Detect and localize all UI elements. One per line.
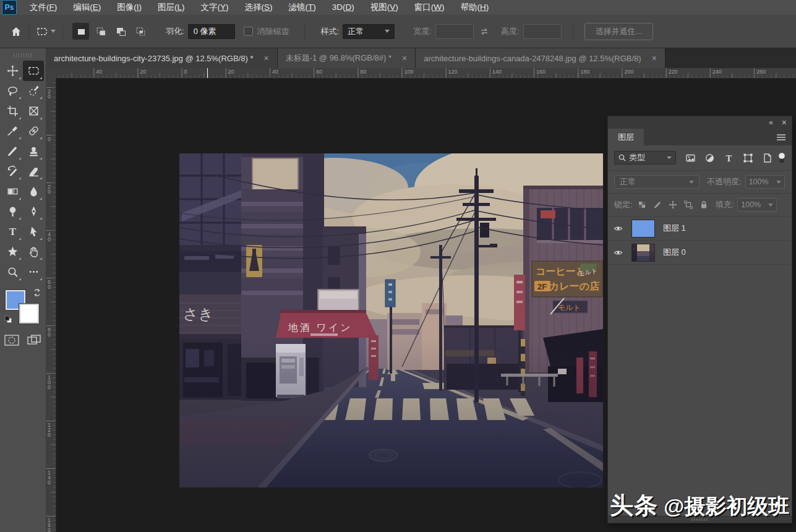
menu-item-w[interactable]: 窗口(W) [406, 0, 453, 15]
filter-adjustment-icon[interactable] [705, 153, 714, 163]
swap-width-height-icon[interactable] [479, 26, 490, 37]
tab-untitled-1[interactable]: 未标题-1 @ 96.8%(RGB/8#) * × [278, 48, 416, 68]
quick-mask-icon[interactable] [4, 334, 19, 349]
tool-frame[interactable] [23, 101, 44, 121]
lock-all-icon[interactable] [700, 200, 708, 209]
close-panel-icon[interactable]: × [782, 118, 787, 127]
lock-icons [638, 200, 708, 209]
tool-quick-selection[interactable] [23, 81, 44, 101]
filter-type-icon[interactable]: T [724, 153, 734, 163]
menu-item-h[interactable]: 帮助(H) [453, 0, 497, 15]
height-input[interactable] [523, 24, 562, 39]
feather-input[interactable]: 0 像素 [188, 24, 235, 39]
tab-architecture-buildings-city[interactable]: architecture-buildings-city-23735.jpg @ … [46, 48, 278, 68]
blend-mode-select[interactable]: 正常 [614, 175, 700, 189]
layer-row-0[interactable]: 图层 0 [608, 241, 792, 265]
lock-pixels-icon[interactable] [653, 200, 662, 209]
layer-thumbnail[interactable] [631, 244, 655, 262]
filter-toggle-icon[interactable] [778, 153, 785, 163]
filter-smart-object-icon[interactable] [763, 153, 772, 163]
tool-path-select[interactable] [23, 221, 44, 242]
collapse-panel-icon[interactable]: « [769, 119, 773, 126]
screen-mode-icon[interactable] [27, 334, 41, 349]
opacity-input[interactable]: 100% [745, 175, 785, 189]
tool-move[interactable] [2, 61, 23, 81]
tool-pen[interactable] [23, 202, 44, 222]
menu-item-d[interactable]: 3D(D) [324, 0, 362, 15]
add-selection-icon[interactable] [92, 23, 109, 40]
h-ruler-label: 160 [536, 69, 546, 75]
opacity-label: 不透明度: [707, 176, 742, 187]
lock-position-icon[interactable] [669, 200, 677, 209]
filter-shape-icon[interactable] [743, 153, 753, 163]
menu-item-s[interactable]: 选择(S) [237, 0, 281, 15]
canvas-document[interactable]: さき [179, 153, 603, 487]
tool-edit-toolbar[interactable] [23, 262, 44, 282]
lock-transparency-icon[interactable] [638, 200, 646, 209]
select-and-mask-button[interactable]: 选择并遮住... [584, 23, 654, 40]
menu-item-f[interactable]: 文件(F) [22, 0, 65, 15]
photoshop-logo[interactable]: Ps [2, 0, 17, 15]
swap-colors-icon[interactable] [33, 288, 41, 299]
layer-thumbnail[interactable] [631, 220, 655, 238]
ruler-origin-corner[interactable] [46, 68, 56, 79]
layer-visibility-toggle[interactable] [608, 224, 628, 233]
layer-row-1[interactable]: 图层 1 [608, 217, 792, 241]
background-color-swatch[interactable] [19, 304, 39, 324]
tool-dodge[interactable] [2, 202, 23, 222]
tools-panel-grip[interactable] [14, 53, 32, 58]
layer-visibility-toggle[interactable] [608, 248, 628, 257]
eye-icon [614, 224, 623, 233]
lock-artboard-icon[interactable] [684, 200, 693, 209]
menu-item-l[interactable]: 图层(L) [150, 0, 193, 15]
tool-gradient[interactable] [2, 181, 23, 202]
tool-eyedropper[interactable] [2, 121, 23, 142]
h-ruler-label: 180 [580, 69, 589, 75]
close-icon[interactable]: × [652, 54, 657, 62]
tool-clone-stamp[interactable] [23, 141, 44, 161]
fill-input[interactable]: 100% [737, 198, 777, 212]
menu-item-e[interactable]: 编辑(E) [65, 0, 109, 15]
tab-architecture-buildings-canada[interactable]: architecture-buildings-canada-2478248.jp… [416, 48, 665, 68]
tool-zoom[interactable] [2, 262, 23, 282]
tool-hand[interactable] [23, 242, 44, 262]
h-ruler-label: 260 [756, 69, 766, 75]
marquee-tool-preset-icon[interactable] [36, 26, 48, 37]
tool-history-brush[interactable] [2, 161, 23, 182]
menu-item-y[interactable]: 文字(Y) [193, 0, 237, 15]
menu-item-v[interactable]: 视图(V) [362, 0, 406, 15]
antialias-checkbox[interactable] [244, 27, 253, 36]
menu-item-t[interactable]: 滤镜(T) [281, 0, 324, 15]
tool-lasso[interactable] [2, 81, 23, 101]
preset-caret-icon[interactable] [51, 30, 56, 33]
vertical-ruler[interactable]: 2 002 04 06 08 01 0 01 2 01 4 01 6 0 [46, 78, 56, 532]
tool-brush[interactable] [2, 141, 23, 161]
close-icon[interactable]: × [263, 54, 268, 62]
tool-eraser[interactable] [23, 161, 44, 182]
style-value: 正常 [348, 26, 364, 37]
h-ruler-label: 120 [448, 69, 458, 75]
horizontal-ruler[interactable]: 4020020406080100120140160180200220240260 [56, 68, 796, 79]
tool-healing-brush[interactable] [23, 121, 44, 142]
filter-image-icon[interactable] [686, 153, 695, 163]
home-icon[interactable] [10, 25, 22, 38]
width-input[interactable] [435, 24, 474, 39]
layer-name[interactable]: 图层 0 [663, 247, 686, 258]
filter-type-select[interactable]: 类型 [614, 151, 676, 165]
tool-crop[interactable] [2, 101, 23, 121]
style-select[interactable]: 正常 [343, 24, 395, 39]
default-colors-icon[interactable] [4, 315, 12, 326]
tool-rectangular-marquee[interactable] [23, 61, 44, 81]
tab-layers[interactable]: 图层 [608, 129, 644, 145]
close-icon[interactable]: × [402, 54, 407, 62]
tool-type[interactable]: T [2, 221, 23, 242]
new-selection-icon[interactable] [72, 23, 89, 40]
layer-name[interactable]: 图层 1 [663, 223, 686, 234]
layer-list: 图层 1 图层 0 [608, 216, 792, 265]
subtract-selection-icon[interactable] [112, 23, 129, 40]
tool-custom-shape[interactable] [2, 242, 23, 262]
tool-blur[interactable] [23, 181, 44, 202]
intersect-selection-icon[interactable] [132, 23, 148, 40]
panel-menu-icon[interactable] [776, 133, 786, 142]
menu-item-i[interactable]: 图像(I) [109, 0, 150, 15]
